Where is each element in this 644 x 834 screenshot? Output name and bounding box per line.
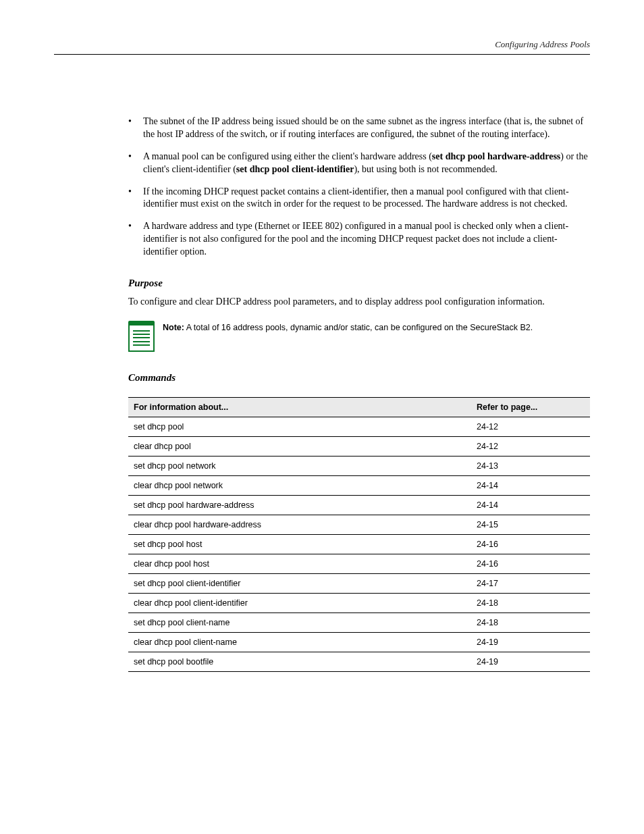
table-header-for: For information about...	[128, 397, 471, 417]
table-cell-page: 24-19	[471, 632, 590, 652]
table-cell-page: 24-15	[471, 515, 590, 534]
table-row: set dhcp pool client-identifier24-17	[128, 573, 590, 593]
table-cell-command: clear dhcp pool network	[128, 475, 471, 495]
table-row: clear dhcp pool network24-14	[128, 475, 590, 495]
bullet-text: If the incoming DHCP request packet cont…	[143, 186, 569, 209]
table-cell-page: 24-13	[471, 456, 590, 475]
purpose-heading: Purpose	[128, 278, 590, 289]
table-cell-command: set dhcp pool client-identifier	[128, 573, 471, 593]
note-block: Note: A total of 16 address pools, dynam…	[128, 321, 590, 352]
commands-heading: Commands	[128, 372, 590, 384]
table-row: set dhcp pool client-name24-18	[128, 613, 590, 632]
table-cell-page: 24-18	[471, 593, 590, 613]
note-icon	[128, 321, 155, 352]
table-cell-command: set dhcp pool hardware-address	[128, 495, 471, 515]
table-row: set dhcp pool24-12	[128, 417, 590, 436]
table-cell-page: 24-16	[471, 534, 590, 554]
bullet-item: If the incoming DHCP request packet cont…	[128, 186, 590, 211]
table-cell-page: 24-14	[471, 495, 590, 515]
table-row: clear dhcp pool host24-16	[128, 554, 590, 573]
table-cell-command: clear dhcp pool	[128, 436, 471, 456]
table-cell-command: clear dhcp pool host	[128, 554, 471, 573]
table-row: set dhcp pool bootfile24-19	[128, 652, 590, 671]
bullet-item: A manual pool can be configured using ei…	[128, 151, 590, 176]
bullet-text: A hardware address and type (Ethernet or…	[143, 221, 568, 257]
table-cell-command: set dhcp pool	[128, 417, 471, 436]
table-row: clear dhcp pool client-identifier24-18	[128, 593, 590, 613]
table-cell-command: set dhcp pool client-name	[128, 613, 471, 632]
table-row: clear dhcp pool24-12	[128, 436, 590, 456]
table-header-row: For information about... Refer to page..…	[128, 397, 590, 417]
bullet-item: The subnet of the IP address being issue…	[128, 115, 590, 141]
top-rule	[54, 54, 590, 55]
table-cell-page: 24-19	[471, 652, 590, 671]
bold-term: set dhcp pool client-identifier	[236, 164, 354, 174]
table-row: clear dhcp pool client-name24-19	[128, 632, 590, 652]
bullet-item: A hardware address and type (Ethernet or…	[128, 220, 590, 259]
table-cell-command: clear dhcp pool client-name	[128, 632, 471, 652]
table-cell-command: set dhcp pool bootfile	[128, 652, 471, 671]
table-cell-page: 24-12	[471, 436, 590, 456]
bullet-list: The subnet of the IP address being issue…	[128, 115, 590, 259]
table-row: set dhcp pool host24-16	[128, 534, 590, 554]
note-text-pre: A total of 16 address pools, dynamic and…	[184, 323, 531, 332]
table-cell-page: 24-16	[471, 554, 590, 573]
table-row: clear dhcp pool hardware-address24-15	[128, 515, 590, 534]
purpose-paragraph: To configure and clear DHCP address pool…	[128, 296, 590, 309]
running-header-text: Configuring Address Pools	[495, 39, 590, 50]
table-cell-page: 24-12	[471, 417, 590, 436]
note-body: Note: A total of 16 address pools, dynam…	[163, 321, 590, 334]
note-label: Note:	[163, 323, 184, 332]
table-cell-command: clear dhcp pool hardware-address	[128, 515, 471, 534]
table-row: set dhcp pool hardware-address24-14	[128, 495, 590, 515]
page: Configuring Address Pools The subnet of …	[0, 0, 644, 834]
running-header: Configuring Address Pools	[54, 39, 590, 50]
table-cell-command: set dhcp pool host	[128, 534, 471, 554]
table-cell-command: clear dhcp pool client-identifier	[128, 593, 471, 613]
bullet-text-a: A manual pool can be configured using ei…	[143, 151, 432, 161]
table-cell-page: 24-14	[471, 475, 590, 495]
commands-table: For information about... Refer to page..…	[128, 397, 590, 672]
table-cell-page: 24-17	[471, 573, 590, 593]
table-cell-page: 24-18	[471, 613, 590, 632]
table-header-ref: Refer to page...	[471, 397, 590, 417]
table-row: set dhcp pool network24-13	[128, 456, 590, 475]
note-text-post: .	[531, 323, 533, 332]
bullet-text-c: ), but using both is not recommended.	[354, 164, 497, 174]
bold-term: set dhcp pool hardware-address	[432, 151, 560, 161]
table-cell-command: set dhcp pool network	[128, 456, 471, 475]
bullet-text: The subnet of the IP address being issue…	[143, 116, 583, 139]
